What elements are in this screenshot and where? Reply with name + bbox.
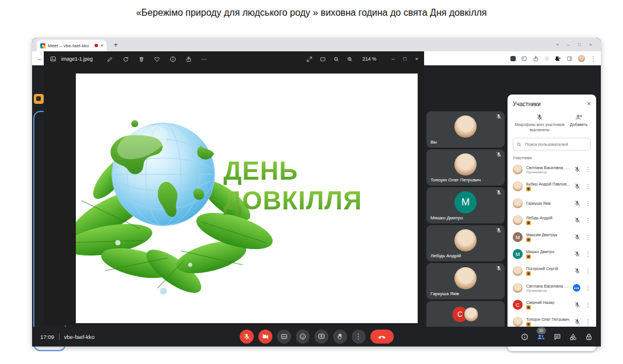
captions-button[interactable] [277,330,291,344]
mic-off-icon[interactable] [574,217,580,223]
avatar [454,153,477,176]
tile-name-label: Мишко Дмитро [430,215,463,220]
video-tile-you[interactable]: Вы [426,111,505,148]
viewer-edit-tools: ⋯ [107,56,208,62]
participant-row[interactable]: Бубир Андрій Павлович ⋮ [513,178,591,195]
video-tile-toporin[interactable]: Топорін Олег Петрович [426,149,505,186]
camera-toggle-button[interactable] [258,330,272,344]
participant-menu-icon[interactable]: ⋮ [585,166,591,173]
participant-menu-icon[interactable]: ⋮ [585,318,591,325]
participant-name: Погорілий Сергій [526,267,570,271]
rotate-icon[interactable] [123,56,129,62]
participant-menu-icon[interactable]: ⋮ [585,251,591,257]
participant-menu-icon[interactable]: ⋮ [585,200,591,206]
pinned-extension-icon[interactable] [510,56,516,61]
mic-off-icon[interactable] [574,200,580,206]
media-card-icon[interactable] [521,55,527,62]
window-maximize-icon[interactable]: □ [574,42,585,47]
tab-close-icon[interactable]: × [100,43,103,48]
side-panel-icon[interactable] [566,55,573,62]
camera-off-icon [262,333,269,340]
person-add-icon [575,114,582,121]
participant-menu-icon[interactable]: ⋮ [585,285,591,291]
info-icon[interactable] [170,56,176,62]
participant-row[interactable]: C Смірний Назар ⋮ [513,296,591,313]
add-user-button[interactable]: Добавить [566,114,591,127]
mic-off-icon[interactable] [574,251,580,257]
mic-toggle-button[interactable] [240,330,254,344]
video-tile-lebid[interactable]: Лебідь Андрій [426,225,505,261]
fit-to-window-icon[interactable] [320,56,326,62]
share-icon[interactable] [186,56,192,62]
viewer-close-icon[interactable]: × [415,56,418,62]
participant-row[interactable]: Світлана Василівна ... (вы) Организатор … [513,161,591,178]
mic-off-icon[interactable] [574,166,580,173]
favorite-heart-icon[interactable] [154,56,160,62]
bookmark-star-icon[interactable]: ☆ [544,55,550,62]
yellow-badge-icon [526,237,531,242]
more-options-button[interactable]: ⋮ [352,330,366,344]
meet-favicon-icon [40,43,46,48]
participant-row[interactable]: Лебідь Андрій ⋮ [513,212,591,229]
meeting-details-icon[interactable] [521,333,528,341]
avatar [464,307,479,322]
smiley-icon [299,333,306,340]
mic-off-icon[interactable] [574,318,580,325]
viewer-title-bar: image1-1.jpeg ⋯ 214 % – □ × [44,51,424,66]
participant-menu-icon[interactable]: ⋮ [585,302,591,308]
people-panel-button[interactable]: 10 [537,332,545,341]
host-controls-icon[interactable] [585,333,593,341]
back-icon[interactable]: ← [37,54,44,62]
search-input[interactable] [524,141,587,148]
chat-icon[interactable] [554,333,561,341]
viewer-maximize-icon[interactable]: □ [403,56,406,62]
video-tile-harkusha[interactable]: Гаркуша Яків [426,263,505,299]
avatar [454,229,477,251]
zoom-out-icon[interactable] [333,56,340,62]
window-close-icon[interactable]: × [585,42,596,47]
viewer-minimize-icon[interactable]: – [391,56,394,62]
activities-icon[interactable] [569,333,577,341]
mic-off-icon[interactable] [574,268,580,274]
delete-icon[interactable] [138,56,145,62]
participant-row[interactable]: Погорілий Сергій ⋮ [513,262,591,279]
image-filename: image1-1.jpeg [61,56,93,62]
window-minimize-icon[interactable]: – [563,42,574,47]
window-chevron-icon[interactable]: ˅ [552,42,563,47]
mic-off-icon[interactable] [574,302,580,308]
participant-name: Світлана Василівна ... (вы) [526,166,570,170]
search-box[interactable] [513,138,591,150]
present-button[interactable] [314,330,328,344]
share-icon[interactable] [533,55,539,62]
participant-row[interactable]: Світлана Василівна Литвин Организатор ••… [513,279,591,296]
new-tab-button[interactable]: + [114,41,118,49]
video-tile-myshko[interactable]: M Мишко Дмитро [426,187,505,223]
participant-menu-icon[interactable]: ⋮ [585,234,591,240]
image-viewer-window: image1-1.jpeg ⋯ 214 % – □ × [44,51,424,326]
participant-menu-icon[interactable]: ⋮ [585,217,591,223]
fullscreen-icon[interactable] [306,56,313,62]
profile-avatar[interactable] [578,55,585,62]
avatar [513,215,523,225]
participant-count-badge: 10 [537,327,546,334]
zoom-in-icon[interactable] [346,56,353,62]
avatar [513,198,523,208]
participant-row[interactable]: M Максим Дмитрук ⋮ [513,229,591,246]
browser-menu-icon[interactable]: ⋮ [590,55,596,62]
end-call-button[interactable] [370,330,394,344]
viewer-more-icon[interactable]: ⋯ [201,56,208,62]
participant-menu-icon[interactable]: ⋮ [585,183,591,190]
participant-row[interactable]: M Мишко Дмитро ⋮ [513,246,591,262]
panel-close-icon[interactable]: × [587,100,591,108]
edit-icon[interactable] [107,56,113,62]
participant-row[interactable]: Гаркуша Яків ⋮ [513,195,591,212]
mic-off-icon[interactable] [574,234,580,240]
participant-role: Организатор [526,170,570,174]
mic-off-icon[interactable] [574,183,580,190]
browser-tab-meet[interactable]: Meet – vbe-faef-kko × [37,40,107,51]
reactions-button[interactable] [296,330,310,344]
raise-hand-button[interactable] [333,330,347,344]
participant-menu-icon[interactable]: ⋮ [585,268,591,274]
participants-list: Світлана Василівна ... (вы) Организатор … [513,161,591,349]
extensions-icon[interactable] [555,55,561,62]
